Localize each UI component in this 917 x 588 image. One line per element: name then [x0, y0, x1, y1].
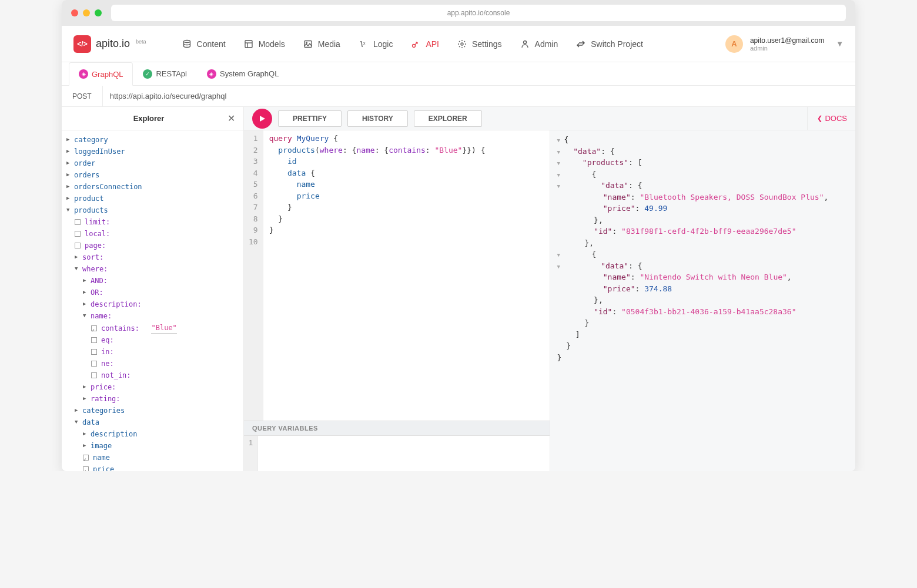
query-toolbar: PRETTIFY HISTORY EXPLORER ❮DOCS [244, 107, 855, 130]
close-icon[interactable]: ✕ [227, 113, 235, 124]
tree-param[interactable]: limit: [66, 216, 239, 228]
nav-logic[interactable]: xLogic [358, 39, 393, 49]
gear-icon [457, 39, 467, 49]
tree-item[interactable]: ▶description: [66, 298, 239, 310]
user-icon [520, 39, 530, 49]
line-gutter: 1 [244, 436, 258, 471]
history-button[interactable]: HISTORY [347, 110, 408, 127]
models-icon [243, 39, 254, 49]
beta-badge: beta [136, 39, 146, 45]
chevron-down-icon: ▼ [836, 39, 844, 48]
logo-text: apito.io [96, 38, 130, 50]
graphql-icon: ◈ [207, 69, 216, 79]
result-body[interactable]: ▼{ ▼ "data": { ▼ "products": [ ▼ { ▼ "da… [550, 130, 856, 367]
tree-data[interactable]: ▼data [66, 416, 239, 428]
nav-models[interactable]: Models [243, 39, 285, 49]
tree-param[interactable]: page: [66, 240, 239, 251]
tree-item[interactable]: ▶orders [66, 169, 239, 181]
window-maximize-icon[interactable] [95, 9, 102, 16]
nav-content[interactable]: Content [182, 39, 226, 49]
user-menu[interactable]: A apito.user1@gmail.com admin ▼ [725, 35, 844, 53]
nav-admin[interactable]: Admin [520, 39, 558, 49]
tree-op[interactable]: ne: [66, 358, 239, 369]
api-url[interactable]: https://api.apito.io/secured/graphql [103, 92, 234, 100]
logic-icon: x [358, 39, 369, 49]
tree-param[interactable]: local: [66, 228, 239, 240]
tree-param[interactable]: ▶sort: [66, 251, 239, 263]
query-panel: PRETTIFY HISTORY EXPLORER ❮DOCS 12345678… [244, 107, 855, 471]
tree-item[interactable]: ▶AND: [66, 275, 239, 287]
explorer-button[interactable]: EXPLORER [414, 110, 482, 127]
variables-body[interactable] [258, 436, 549, 471]
tree-item[interactable]: ▶image [66, 440, 239, 452]
tree-item[interactable]: ▶ordersConnection [66, 181, 239, 193]
tree-item[interactable]: ▶OR: [66, 287, 239, 298]
tree-item[interactable]: ▶rating: [66, 393, 239, 405]
svg-point-8 [461, 43, 463, 45]
nav-api[interactable]: API [410, 39, 439, 49]
explorer-tree[interactable]: ▶category ▶loggedInUser ▶order ▶orders ▶… [62, 130, 243, 471]
browser-url[interactable]: app.apito.io/console [111, 5, 846, 21]
svg-text:x: x [363, 41, 366, 45]
tree-op[interactable]: eq: [66, 334, 239, 346]
explorer-panel: Explorer ✕ ▶category ▶loggedInUser ▶orde… [62, 107, 244, 471]
tree-name[interactable]: ▼name: [66, 310, 239, 322]
prettify-button[interactable]: PRETTIFY [278, 110, 342, 127]
code-body[interactable]: query MyQuery { products(where: {name: {… [263, 130, 550, 421]
http-method[interactable]: POST [62, 86, 103, 106]
tree-item[interactable]: price [66, 463, 239, 471]
switch-icon [575, 39, 586, 49]
tab-graphql[interactable]: ◈GraphQL [69, 62, 133, 86]
svg-point-9 [523, 41, 526, 43]
tree-item[interactable]: ▶order [66, 157, 239, 169]
tab-restapi[interactable]: ✓RESTApi [133, 62, 197, 85]
query-editor[interactable]: 12345678910 query MyQuery { products(whe… [244, 130, 550, 471]
nav-switch-project[interactable]: Switch Project [575, 39, 643, 49]
tree-item[interactable]: ▶category [66, 134, 239, 146]
tree-contains[interactable]: contains: "Blue" [66, 322, 239, 334]
tree-where[interactable]: ▼where: [66, 263, 239, 275]
graphql-icon: ◈ [79, 69, 88, 79]
tree-item[interactable]: ▶price: [66, 381, 239, 393]
nav-settings[interactable]: Settings [457, 39, 502, 49]
window-close-icon[interactable] [71, 9, 78, 16]
window-minimize-icon[interactable] [83, 9, 90, 16]
tree-item[interactable]: name [66, 452, 239, 463]
svg-point-5 [306, 42, 307, 43]
browser-titlebar: app.apito.io/console [62, 0, 855, 26]
svg-point-7 [413, 44, 416, 47]
database-icon [182, 39, 192, 49]
sub-tabs: ◈GraphQL ✓RESTApi ◈System GraphQL [62, 62, 855, 86]
browser-window: app.apito.io/console </> apito.io beta C… [62, 0, 855, 471]
explorer-title: Explorer [70, 114, 227, 123]
user-email: apito.user1@gmail.com [750, 36, 824, 45]
docs-link[interactable]: ❮DOCS [807, 107, 847, 130]
rest-icon: ✓ [143, 69, 152, 79]
api-bar: POST https://api.apito.io/secured/graphq… [62, 86, 855, 107]
avatar: A [725, 35, 743, 53]
media-icon [303, 39, 313, 49]
tree-item[interactable]: ▶description [66, 428, 239, 440]
api-icon [410, 39, 421, 49]
logo[interactable]: </> apito.io beta [73, 35, 146, 53]
tree-op[interactable]: not_in: [66, 369, 239, 381]
logo-icon: </> [73, 35, 91, 53]
tree-item[interactable]: ▶loggedInUser [66, 146, 239, 157]
tree-item[interactable]: ▶product [66, 193, 239, 204]
user-role: admin [750, 45, 824, 52]
nav-media[interactable]: Media [303, 39, 340, 49]
result-panel: ▼{ ▼ "data": { ▼ "products": [ ▼ { ▼ "da… [550, 130, 856, 471]
tab-system-graphql[interactable]: ◈System GraphQL [197, 62, 289, 85]
line-gutter: 12345678910 [244, 130, 263, 421]
variables-header[interactable]: QUERY VARIABLES [244, 421, 550, 436]
tree-op[interactable]: in: [66, 346, 239, 358]
tree-item[interactable]: ▶categories [66, 405, 239, 416]
run-button[interactable] [252, 109, 272, 129]
tree-item-products[interactable]: ▼products [66, 204, 239, 216]
top-nav: </> apito.io beta Content Models Media x… [62, 26, 855, 62]
svg-point-0 [183, 40, 190, 42]
svg-rect-1 [245, 41, 252, 48]
